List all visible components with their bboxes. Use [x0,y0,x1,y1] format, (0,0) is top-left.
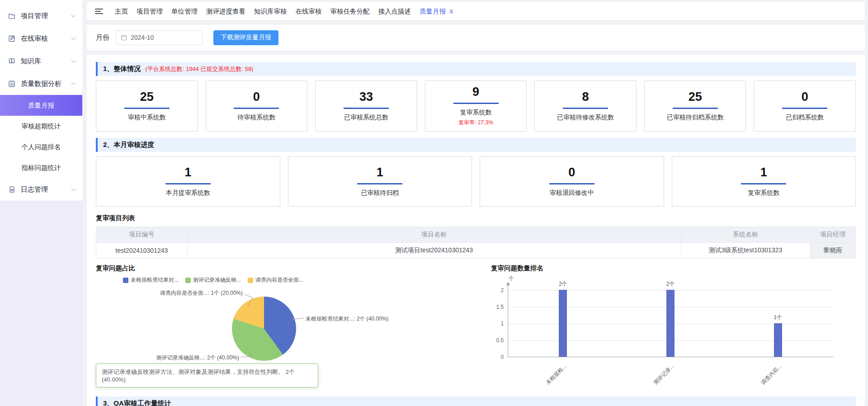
stat-label: 已审核系统总数 [344,113,388,122]
chevron-up-icon [71,82,76,87]
stat-underline [549,183,594,184]
calendar-icon [121,34,127,41]
pie-label-yellow: 调查内容是否全面...: 1个 (20.00%) [96,289,243,297]
tab-bar: 主页 项目管理 单位管理 测评进度查看 知识库审核 在线审核 审核任务分配 接入… [87,2,865,20]
open-tabs: 主页 项目管理 单位管理 测评进度查看 知识库审核 在线审核 审核任务分配 接入… [115,7,453,16]
stat-label: 待审核系统数 [237,113,275,122]
tab-progress-view[interactable]: 测评进度查看 [206,7,245,16]
menu-collapse-icon[interactable] [95,9,103,14]
tab-access-point[interactable]: 接入点描述 [378,7,411,16]
tab-online-review[interactable]: 在线审核 [296,7,322,16]
x-category-label: 调查内容... [760,363,783,387]
stat-value: 1 [760,166,767,179]
stat-value: 1 [184,166,191,179]
chevron-down-icon [71,13,76,17]
pie-legend: 未根据检查结果对... 测评记录准确反映... 调查内容是否全面... [123,277,491,284]
review-project-list-title: 复审项目列表 [96,214,856,222]
x-axis-line [508,357,833,357]
col-project-id: 项目编号 [96,227,188,242]
tab-unit-management[interactable]: 单位管理 [171,7,198,16]
sidebar-item-online-review[interactable]: 在线审核 [0,27,82,50]
pie-chart-block: 复审问题占比 未根据检查结果对... 测评记录准确反映... 调查内容是否 [96,264,491,387]
stat-card-re-review: 9 复审系统数 复审率: 27.3% [425,80,527,132]
sidebar-footer-area [0,201,82,406]
sidebar-item-quality-data-analysis[interactable]: 质量数据分析 [0,72,82,95]
stat-card-pending-modify: 8 已审核待修改系统数 [534,80,637,132]
stat-value: 0 [802,90,808,104]
cell-project-name: 测试项目test202410301243 [187,242,681,258]
stat-card-month-submitted: 1 本月提审系统数 [96,156,280,207]
stat-card-reviewing: 25 审核中系统数 [96,80,198,132]
review-project-table: 项目编号 项目名称 系统名称 项目经理 test202410301243 测试项… [96,227,856,259]
stat-card-month-pending-archive: 1 已审核待归档 [288,156,472,207]
tab-quality-monthly-report[interactable]: 质量月报 X [420,7,453,16]
sidebar-item-quality-monthly-report[interactable]: 质量月报 [0,95,82,116]
stat-label: 审核中系统数 [128,113,166,122]
legend-item-yellow[interactable]: 调查内容是否全面... [248,276,303,284]
tab-knowledge-review[interactable]: 知识库审核 [254,7,287,16]
cell-project-id: test202410301243 [96,242,188,258]
stat-card-month-re-review: 1 复审系统数 [672,156,856,207]
legend-swatch-blue [123,278,128,283]
sidebar-item-log-management[interactable]: 日志管理 [0,178,82,201]
main-area: 主页 项目管理 单位管理 测评进度查看 知识库审核 在线审核 审核任务分配 接入… [82,0,868,406]
section-monthly-header: 2、本月审核进度 [96,138,856,152]
tab-task-assignment[interactable]: 审核任务分配 [330,7,370,16]
stat-value: 8 [582,90,589,104]
section-title: 2、本月审核进度 [103,141,154,149]
sidebar-item-label: 日志管理 [21,185,72,194]
stat-value: 1 [377,166,383,179]
y-tick-label: 0.5 [496,337,504,344]
sidebar-item-project-management[interactable]: 项目管理 [0,5,82,27]
pie-tooltip: 测评记录准确反映测评方法、测评对象及测评结果，支持符合性判断。 2个 (40.0… [96,364,318,387]
x-category-label: 测评记录... [652,363,676,387]
sidebar-item-knowledge-base[interactable]: 知识库 [0,50,82,72]
tab-project-management[interactable]: 项目管理 [137,7,163,16]
tab-home[interactable]: 主页 [115,7,128,16]
app-root: 项目管理 在线审核 知识库 质量数 [0,0,868,406]
folder-icon [8,12,16,20]
legend-item-blue[interactable]: 未根据检查结果对... [123,276,179,284]
legend-item-green[interactable]: 测评记录准确反映... [185,276,241,284]
month-label: 月份 [96,33,109,42]
table-row[interactable]: test202410301243 测试项目test202410301243 测试… [96,242,856,258]
stat-label: 已归档系统数 [786,113,824,122]
stat-card-reviewed-total: 33 已审核系统总数 [315,80,417,132]
charts-row: 复审问题占比 未根据检查结果对... 测评记录准确反映... 调查内容是否 [96,264,856,387]
monthly-stat-cards: 1 本月提审系统数 1 已审核待归档 0 审核退回修改中 1 复 [96,156,856,207]
y-tick-label: 1.5 [496,304,504,310]
pie-plot-area: 调查内容是否全面...: 1个 (20.00%) 未根据检查结果对...: 2个… [96,285,491,363]
overall-stat-cards: 25 审核中系统数 0 待审核系统数 33 已审核系统总数 9 [96,80,856,132]
pie-label-green: 测评记录准确反映...: 2个 (40.00%) [96,354,239,362]
stat-underline [673,108,718,109]
stat-label: 已审核待归档 [361,189,399,197]
bar-item-1[interactable] [559,290,567,357]
close-icon[interactable]: X [449,8,453,15]
sidebar-item-personal-issue-ranking[interactable]: 个人问题排名 [0,137,82,157]
pie-graphic[interactable] [232,297,296,361]
stat-value: 9 [472,85,479,99]
stat-value: 25 [689,90,702,104]
section-qa-header: 3、QA审核工作量统计 [96,397,856,406]
stat-value: 25 [140,90,154,104]
legend-label: 调查内容是否全面... [255,276,303,284]
sidebar-item-review-overdue-stats[interactable]: 审核超期统计 [0,116,82,137]
legend-label: 未根据检查结果对... [131,276,179,284]
stat-card-archived: 0 已归档系统数 [754,80,856,132]
download-report-button[interactable]: 下载测评质量月报 [213,30,278,45]
pie-chart-title: 复审问题占比 [96,264,491,273]
stat-label: 审核退回修改中 [550,189,594,197]
col-project-name: 项目名称 [187,227,681,242]
stat-underline [563,108,608,109]
stat-underline [782,108,827,109]
sidebar-item-label: 项目管理 [21,12,72,20]
bar-item-3[interactable] [774,323,782,357]
sidebar-item-indicator-issue-stats[interactable]: 指标问题统计 [0,157,82,178]
sidebar: 项目管理 在线审核 知识库 质量数 [0,0,82,406]
col-project-manager: 项目经理 [810,227,856,242]
legend-swatch-green [185,278,191,283]
re-review-rate: 复审率: 27.3% [458,119,493,127]
month-picker-input[interactable]: 2024-10 [116,30,203,45]
bar-item-2[interactable] [666,290,675,357]
y-tick-label: 1 [500,321,504,327]
